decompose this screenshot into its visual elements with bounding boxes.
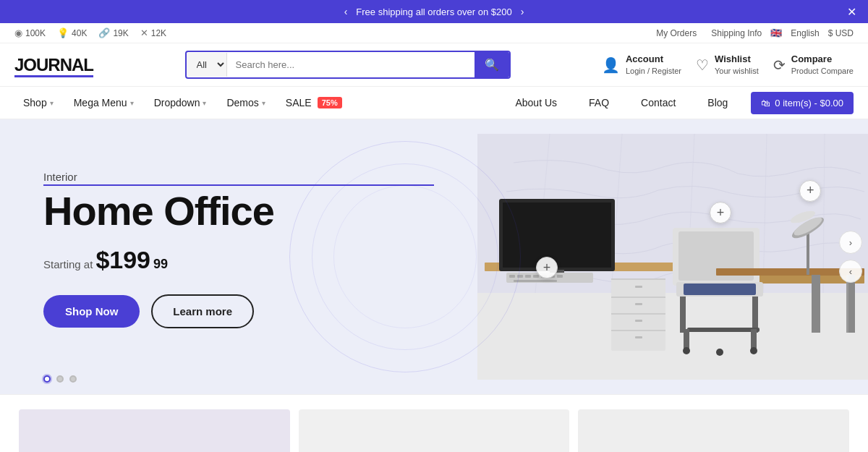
bulb-icon: 💡: [57, 27, 69, 38]
svg-rect-17: [525, 275, 531, 278]
announcement-prev-btn[interactable]: ‹: [336, 6, 357, 17]
compare-icon: ⟳: [773, 56, 786, 74]
hero-next-btn[interactable]: ›: [839, 231, 862, 254]
teaser-item-2[interactable]: [299, 409, 570, 452]
hero-prev-btn[interactable]: ‹: [839, 260, 862, 283]
account-action[interactable]: 👤 Account Login / Register: [602, 54, 681, 76]
product-hotspot-3[interactable]: +: [799, 180, 821, 202]
nav-right: About Us FAQ Contact Blog 🛍 0 item(s) - …: [506, 87, 854, 119]
cart-button[interactable]: 🛍 0 item(s) - $0.00: [751, 92, 854, 114]
nav-about-us[interactable]: About Us: [506, 87, 566, 119]
hero-title: Home Office: [43, 190, 434, 233]
starting-at-label: Starting at: [43, 258, 93, 270]
instagram-icon: ◉: [14, 27, 22, 38]
learn-more-button[interactable]: Learn more: [151, 294, 254, 328]
compare-label: Compare: [791, 54, 854, 66]
svg-rect-18: [533, 275, 539, 278]
account-icon: 👤: [602, 56, 620, 74]
svg-rect-47: [812, 275, 820, 333]
compare-action[interactable]: ⟳ Compare Product Compare: [773, 54, 854, 76]
currency-selector[interactable]: $ USD: [828, 28, 854, 38]
price-amount: $199: [95, 246, 150, 274]
svg-point-42: [750, 347, 757, 354]
svg-rect-30: [635, 320, 642, 322]
svg-rect-29: [635, 303, 642, 305]
dropdown-arrow-icon: ▾: [203, 99, 206, 107]
nav-sale[interactable]: SALE 75%: [277, 87, 351, 119]
lang-currency-bar: My Orders Shipping Info 🇬🇧 English $ USD: [656, 27, 854, 38]
social-stats: ◉ 100K 💡 40K 🔗 19K ✕ 12K: [14, 27, 166, 38]
hero-buttons: Shop Now Learn more: [43, 294, 434, 328]
compare-sub-label: Product Compare: [791, 67, 854, 75]
search-bar: All 🔍: [185, 51, 511, 79]
svg-rect-25: [611, 297, 665, 298]
stat-links: 🔗 19K: [98, 27, 128, 38]
nav-left: Shop ▾ Mega Menu ▾ Dropdown ▾ Demos ▾ SA…: [14, 87, 351, 119]
stats-bar: ◉ 100K 💡 40K 🔗 19K ✕ 12K My Orders Shipp…: [0, 23, 868, 43]
hero-price: Starting at $199 99: [43, 246, 434, 274]
my-orders-link[interactable]: My Orders: [656, 28, 697, 38]
shop-arrow-icon: ▾: [50, 99, 54, 107]
svg-rect-26: [611, 313, 665, 315]
hero-image: + + + › ‹: [477, 119, 868, 394]
svg-rect-46: [846, 275, 848, 333]
announcement-bar: ‹ Free shipping all orders over on $200 …: [0, 0, 868, 23]
nav-faq[interactable]: FAQ: [580, 87, 618, 119]
stat-followers: ◉ 100K: [14, 27, 46, 38]
hero-banner: Interior Home Office Starting at $199 99…: [0, 119, 868, 394]
language-selector[interactable]: English: [791, 28, 819, 38]
nav-mega-menu[interactable]: Mega Menu ▾: [65, 87, 142, 119]
x-icon: ✕: [140, 27, 148, 38]
svg-rect-37: [752, 297, 758, 333]
nav-demos[interactable]: Demos ▾: [218, 87, 273, 119]
svg-point-41: [683, 347, 690, 354]
navigation-bar: Shop ▾ Mega Menu ▾ Dropdown ▾ Demos ▾ SA…: [0, 87, 868, 119]
shop-now-button[interactable]: Shop Now: [43, 295, 140, 328]
nav-dropdown[interactable]: Dropdown ▾: [145, 87, 216, 119]
product-hotspot-2[interactable]: +: [536, 257, 558, 278]
sale-badge: 75%: [318, 97, 342, 108]
price-cents: 99: [153, 257, 168, 272]
svg-rect-24: [611, 278, 665, 280]
search-button[interactable]: 🔍: [475, 52, 509, 77]
account-label: Account: [626, 54, 681, 66]
nav-contact[interactable]: Contact: [632, 87, 684, 119]
utility-links: My Orders Shipping Info: [656, 28, 762, 38]
product-hotspot-1[interactable]: +: [710, 202, 731, 223]
announcement-next-btn[interactable]: ›: [512, 6, 533, 17]
svg-rect-27: [611, 330, 665, 331]
hero-navigation: › ‹: [839, 231, 868, 283]
flag-icon: 🇬🇧: [770, 27, 782, 38]
account-sub-label: Login / Register: [626, 67, 681, 75]
demos-arrow-icon: ▾: [262, 99, 265, 107]
svg-rect-28: [635, 286, 642, 288]
shipping-info-link[interactable]: Shipping Info: [711, 28, 762, 38]
desk-scene-image: + + +: [477, 119, 868, 394]
svg-rect-31: [635, 336, 642, 338]
header-actions: 👤 Account Login / Register ♡ Wishlist Yo…: [602, 54, 854, 76]
link-icon: 🔗: [98, 27, 110, 38]
site-header: JOURNAL All 🔍 👤 Account Login / Register…: [0, 43, 868, 87]
cart-count-label: 0 item(s) - $0.00: [775, 98, 843, 108]
teaser-item-1[interactable]: [19, 409, 290, 452]
svg-rect-38: [687, 328, 760, 332]
announcement-close-btn[interactable]: ✕: [847, 5, 856, 19]
cart-bag-icon: 🛍: [761, 98, 770, 108]
stat-shares: ✕ 12K: [140, 27, 166, 38]
nav-shop[interactable]: Shop ▾: [14, 87, 62, 119]
svg-rect-7: [477, 293, 868, 380]
hero-subtitle: Interior: [43, 171, 434, 186]
hero-content: Interior Home Office Starting at $199 99…: [0, 119, 477, 394]
search-input[interactable]: [227, 54, 475, 76]
teaser-item-3[interactable]: [578, 409, 849, 452]
nav-blog[interactable]: Blog: [699, 87, 736, 119]
svg-rect-35: [684, 283, 756, 295]
announcement-text: Free shipping all orders over on $200: [356, 7, 511, 17]
svg-rect-36: [680, 297, 686, 333]
wishlist-action[interactable]: ♡ Wishlist Your wishlist: [696, 54, 759, 76]
svg-rect-22: [514, 280, 557, 282]
site-logo[interactable]: JOURNAL: [14, 55, 93, 75]
search-category-select[interactable]: All: [187, 53, 227, 77]
stat-likes: 💡 40K: [57, 27, 87, 38]
mega-menu-arrow-icon: ▾: [130, 99, 134, 107]
